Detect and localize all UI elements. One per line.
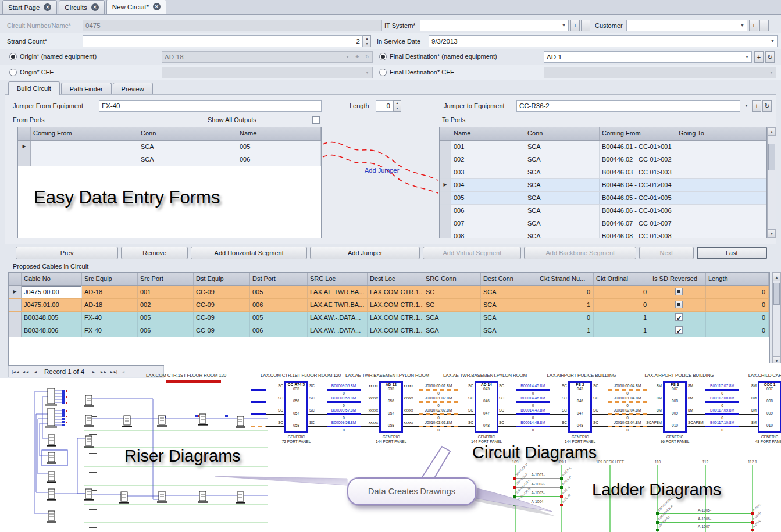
dest-named-radio[interactable] — [379, 53, 387, 60]
dest-cfe-input[interactable] — [544, 67, 776, 78]
table-row[interactable]: SCA006 — [18, 153, 321, 166]
scroll-up-icon[interactable]: ▲ — [768, 127, 776, 136]
scroll-up-icon[interactable]: ▲ — [773, 273, 780, 281]
close-icon[interactable]: ✕ — [153, 3, 161, 10]
checked-checkbox-icon[interactable] — [675, 326, 683, 334]
customer-remove-button[interactable]: − — [759, 20, 769, 31]
record-nav-back-button[interactable]: ◄◄ — [21, 370, 30, 374]
strand-count-spinner[interactable]: ▲▼ — [363, 35, 371, 47]
table-row[interactable]: B00348.005FX-40005CC-09005LAX.AW.-.DATA.… — [9, 312, 769, 324]
jumper-to-dropdown-icon[interactable]: ▼ — [743, 101, 750, 111]
prev-button[interactable]: Prev — [16, 247, 118, 259]
close-icon[interactable]: ✕ — [91, 3, 99, 11]
table-row[interactable]: 007SCAB00446.07 - CC-01>007 — [440, 217, 766, 230]
checked-checkbox-icon[interactable] — [675, 313, 683, 321]
proposed-cables-grid[interactable]: Cable NoSrc EquipSrc PortDst EquipDst Po… — [8, 272, 770, 366]
column-header[interactable]: Ckt Strand Nu... — [537, 273, 594, 285]
column-header[interactable]: SRC Loc — [308, 273, 368, 285]
column-header[interactable]: Length — [706, 273, 769, 285]
scrollbar-thumb[interactable] — [768, 144, 775, 170]
origin-named-radio[interactable] — [9, 53, 17, 60]
record-nav-back-button[interactable]: ◄ — [31, 370, 40, 374]
it-system-input[interactable] — [420, 20, 569, 31]
customer-input[interactable] — [626, 20, 747, 31]
origin-cfe-input[interactable] — [162, 67, 373, 78]
to-ports-grid[interactable]: NameConnComing FromGoing To001SCAB00446.… — [439, 127, 767, 238]
proposed-grid-scrollbar[interactable]: ▲ ▼ — [772, 272, 781, 366]
add-horizontal-segment-button[interactable]: Add Horizontal Segment — [191, 247, 307, 259]
dest-named-dropdown-icon[interactable]: ▼ — [743, 52, 751, 62]
last-button[interactable]: Last — [697, 247, 768, 259]
close-icon[interactable]: ✕ — [44, 3, 51, 11]
column-header[interactable]: Dest Loc — [368, 273, 423, 285]
origin-cfe-radio[interactable] — [9, 69, 17, 76]
record-nav-forward-button[interactable]: ►► — [99, 370, 108, 374]
table-row[interactable]: 005SCAB00446.05 - CC-01>005 — [440, 192, 766, 205]
column-header[interactable]: Coming From — [31, 127, 138, 140]
column-header[interactable]: Is SD Reversed — [650, 273, 706, 285]
strand-count-input[interactable] — [83, 35, 363, 47]
origin-named-input[interactable] — [162, 51, 373, 63]
jumper-to-add-button[interactable]: + — [752, 100, 761, 112]
record-nav-forward-button[interactable]: ► — [89, 370, 98, 374]
record-nav-forward-button[interactable]: ►►| — [109, 370, 117, 374]
table-row[interactable]: ▶J0475.00.00AD-18001CC-09005LAX.AE TWR.B… — [9, 286, 769, 299]
column-header[interactable]: Dst Equip — [194, 273, 250, 285]
customer-dropdown-icon[interactable]: ▼ — [739, 20, 746, 31]
column-header[interactable]: Name — [451, 127, 525, 140]
mixed-checkbox-icon[interactable] — [675, 301, 683, 308]
tab-preview[interactable]: Preview — [113, 83, 153, 95]
it-system-add-button[interactable]: + — [570, 20, 580, 31]
column-header[interactable]: Coming From — [600, 127, 676, 140]
table-row[interactable]: B00348.006FX-40006CC-09006LAX.AW.-.DATA.… — [9, 324, 769, 337]
scrollbar-thumb[interactable] — [773, 283, 780, 305]
from-ports-grid[interactable]: Coming FromConnName▶SCA005SCA006 — [17, 127, 322, 238]
add-jumper-link[interactable]: Add Jumper — [365, 167, 399, 174]
to-ports-scrollbar[interactable]: ▲ ▼ — [767, 127, 776, 238]
in-service-date-dropdown-icon[interactable]: ▼ — [769, 36, 776, 47]
tab-new-circuit-[interactable]: New Circuit*✕ — [106, 0, 166, 14]
column-header[interactable]: Conn — [525, 127, 600, 140]
table-row[interactable]: 006SCAB00446.06 - CC-01>006 — [440, 205, 766, 217]
column-header[interactable]: Going To — [676, 127, 766, 140]
table-row[interactable]: 008SCAB00446.08 - CC-01>008 — [440, 230, 766, 238]
scroll-down-icon[interactable]: ▼ — [768, 229, 776, 238]
customer-add-button[interactable]: + — [749, 20, 758, 31]
table-row[interactable]: 001SCAB00446.01 - CC-01>001 — [440, 141, 766, 153]
column-header[interactable]: Dst Port — [250, 273, 308, 285]
mixed-checkbox-icon[interactable] — [675, 288, 683, 295]
dest-named-refresh-button[interactable]: ↻ — [765, 51, 775, 63]
record-nav-back-button[interactable]: |◄◄ — [11, 370, 20, 374]
dest-named-input[interactable] — [544, 51, 752, 63]
jumper-from-input[interactable] — [99, 100, 322, 112]
column-header[interactable]: SRC Conn — [423, 273, 481, 285]
column-header[interactable]: Ckt Ordinal — [594, 273, 650, 285]
jumper-to-refresh-button[interactable]: ↻ — [762, 100, 772, 112]
tab-path-finder[interactable]: Path Finder — [61, 83, 112, 95]
add-jumper-button[interactable]: Add Jumper — [310, 247, 420, 259]
table-row[interactable]: J0475.01.00AD-18002CC-09006LAX.AE TWR.BA… — [9, 299, 769, 312]
column-header[interactable]: Cable No — [22, 273, 82, 285]
tab-circuits[interactable]: Circuits✕ — [59, 0, 104, 14]
table-row[interactable]: 002SCAB00446.02 - CC-01>002 — [440, 153, 766, 166]
column-header[interactable]: Name — [237, 127, 321, 140]
column-header[interactable]: Src Equip — [82, 273, 138, 285]
it-system-remove-button[interactable]: − — [581, 20, 590, 31]
dest-named-add-button[interactable]: + — [754, 51, 764, 63]
jumper-to-input[interactable] — [516, 100, 740, 112]
show-all-outputs-checkbox[interactable] — [312, 116, 320, 124]
table-row[interactable]: 003SCAB00446.03 - CC-01>003 — [440, 166, 766, 179]
column-header[interactable]: Src Port — [138, 273, 194, 285]
it-system-dropdown-icon[interactable]: ▼ — [560, 20, 568, 31]
circuit-number-input[interactable] — [83, 20, 382, 31]
length-input[interactable] — [376, 100, 393, 112]
tab-start-page[interactable]: Start Page✕ — [2, 0, 57, 14]
column-header[interactable]: Dest Conn — [481, 273, 537, 285]
table-row[interactable]: ▶SCA005 — [18, 141, 321, 153]
in-service-date-input[interactable] — [429, 35, 778, 47]
column-header[interactable]: Conn — [138, 127, 237, 140]
dest-cfe-radio[interactable] — [379, 69, 387, 76]
length-spinner[interactable]: ▲▼ — [393, 100, 401, 112]
table-row[interactable]: ▶004SCAB00446.04 - CC-01>004 — [440, 179, 766, 192]
tab-build-circuit[interactable]: Build Circuit — [8, 81, 60, 95]
